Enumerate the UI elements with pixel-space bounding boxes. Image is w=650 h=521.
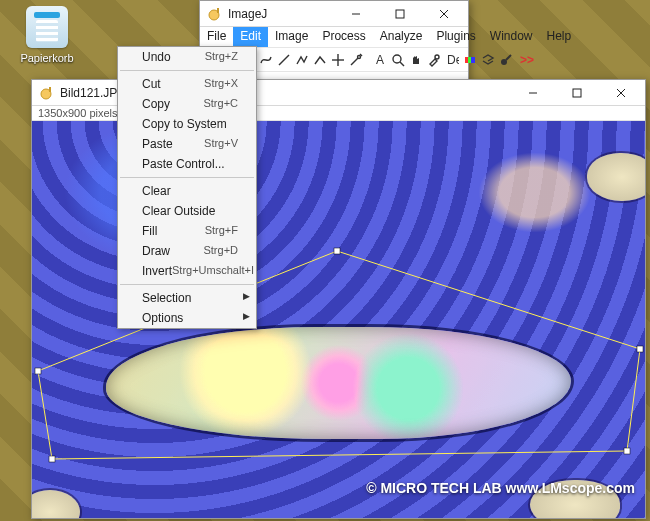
menu-item-clear[interactable]: Clear bbox=[118, 181, 256, 201]
svg-rect-35 bbox=[49, 456, 55, 462]
toolbar-more-icon[interactable]: >> bbox=[516, 53, 538, 67]
menu-item-paste-control[interactable]: Paste Control... bbox=[118, 154, 256, 174]
tool-hand-icon[interactable] bbox=[408, 50, 424, 70]
svg-rect-34 bbox=[624, 448, 630, 454]
menu-item-draw[interactable]: DrawStrg+D bbox=[118, 241, 256, 261]
menu-item-copy[interactable]: CopyStrg+C bbox=[118, 94, 256, 114]
svg-text:Dev: Dev bbox=[447, 53, 459, 67]
menu-item-shortcut: Strg+Z bbox=[205, 50, 238, 64]
menu-item-label: Clear Outside bbox=[142, 204, 215, 218]
menu-item-label: Copy to System bbox=[142, 117, 227, 131]
menu-item-label: Paste Control... bbox=[142, 157, 225, 171]
svg-point-12 bbox=[358, 55, 361, 58]
menu-plugins[interactable]: Plugins bbox=[429, 27, 482, 47]
close-button[interactable] bbox=[422, 1, 466, 27]
watermark-text: © MICRO TECH LAB www.LMscope.com bbox=[366, 480, 635, 496]
menu-item-invert[interactable]: InvertStrg+Umschalt+I bbox=[118, 261, 256, 281]
menu-window[interactable]: Window bbox=[483, 27, 540, 47]
imagej-app-icon bbox=[206, 6, 222, 22]
svg-line-16 bbox=[400, 62, 404, 66]
window-title: ImageJ bbox=[228, 7, 334, 21]
tool-wand-icon[interactable] bbox=[348, 50, 364, 70]
menu-item-label: Paste bbox=[142, 137, 173, 151]
tool-multiline-icon[interactable] bbox=[294, 50, 310, 70]
svg-rect-20 bbox=[465, 57, 468, 63]
menu-item-label: Undo bbox=[142, 50, 171, 64]
menu-item-label: Invert bbox=[142, 264, 172, 278]
menu-item-shortcut: Strg+V bbox=[204, 137, 238, 151]
menu-item-shortcut: Strg+Umschalt+I bbox=[172, 264, 254, 278]
desktop-icon-recycle-bin[interactable]: Papierkorb bbox=[12, 6, 82, 65]
menu-item-fill[interactable]: FillStrg+F bbox=[118, 221, 256, 241]
svg-rect-21 bbox=[468, 57, 471, 63]
menu-item-label: Options bbox=[142, 311, 183, 325]
svg-point-17 bbox=[435, 55, 439, 59]
maximize-button[interactable] bbox=[555, 80, 599, 106]
menu-image[interactable]: Image bbox=[268, 27, 315, 47]
svg-rect-28 bbox=[573, 89, 581, 97]
imagej-app-icon bbox=[38, 85, 54, 101]
tool-point-icon[interactable] bbox=[330, 50, 346, 70]
menu-separator bbox=[120, 284, 254, 285]
menu-item-shortcut: Strg+D bbox=[203, 244, 238, 258]
tool-freehand-icon[interactable] bbox=[258, 50, 274, 70]
desktop-icon-label: Papierkorb bbox=[20, 52, 73, 64]
svg-line-9 bbox=[279, 55, 289, 65]
svg-rect-26 bbox=[49, 87, 51, 92]
menu-item-label: Fill bbox=[142, 224, 157, 238]
menu-item-label: Draw bbox=[142, 244, 170, 258]
svg-rect-1 bbox=[217, 8, 219, 13]
tool-brush-icon[interactable] bbox=[498, 50, 514, 70]
menu-item-label: Selection bbox=[142, 291, 191, 305]
tool-stacks-icon[interactable] bbox=[480, 50, 496, 70]
tool-text-icon[interactable]: A bbox=[372, 50, 388, 70]
menu-item-shortcut: Strg+C bbox=[203, 97, 238, 111]
menu-item-label: Copy bbox=[142, 97, 170, 111]
menubar: FileEditImageProcessAnalyzePluginsWindow… bbox=[200, 27, 468, 47]
menu-analyze[interactable]: Analyze bbox=[373, 27, 430, 47]
menu-process[interactable]: Process bbox=[315, 27, 372, 47]
menu-item-undo[interactable]: UndoStrg+Z bbox=[118, 47, 256, 67]
svg-point-15 bbox=[393, 55, 401, 63]
tool-line-icon[interactable] bbox=[276, 50, 292, 70]
menu-item-shortcut: Strg+X bbox=[204, 77, 238, 91]
tool-lut-icon[interactable] bbox=[462, 50, 478, 70]
menu-item-paste[interactable]: PasteStrg+V bbox=[118, 134, 256, 154]
edit-menu-dropdown: UndoStrg+ZCutStrg+XCopyStrg+CCopy to Sys… bbox=[117, 46, 257, 329]
menu-item-copy-to-system[interactable]: Copy to System bbox=[118, 114, 256, 134]
svg-rect-3 bbox=[396, 10, 404, 18]
menu-separator bbox=[120, 177, 254, 178]
tool-dev-icon[interactable]: Dev bbox=[444, 50, 460, 70]
minimize-button[interactable] bbox=[334, 1, 378, 27]
menu-item-cut[interactable]: CutStrg+X bbox=[118, 74, 256, 94]
menu-edit[interactable]: Edit bbox=[233, 27, 268, 47]
svg-rect-33 bbox=[637, 346, 643, 352]
tool-angle-icon[interactable] bbox=[312, 50, 328, 70]
menu-item-selection[interactable]: Selection bbox=[118, 288, 256, 308]
menu-help[interactable]: Help bbox=[540, 27, 579, 47]
recycle-bin-icon bbox=[26, 6, 68, 48]
menu-item-options[interactable]: Options bbox=[118, 308, 256, 328]
titlebar[interactable]: ImageJ bbox=[200, 1, 468, 27]
menu-item-label: Cut bbox=[142, 77, 161, 91]
menu-file[interactable]: File bbox=[200, 27, 233, 47]
tool-dropper-icon[interactable] bbox=[426, 50, 442, 70]
close-button[interactable] bbox=[599, 80, 643, 106]
menu-item-shortcut: Strg+F bbox=[205, 224, 238, 238]
svg-text:A: A bbox=[376, 53, 384, 67]
svg-rect-32 bbox=[334, 248, 340, 254]
svg-rect-31 bbox=[35, 368, 41, 374]
maximize-button[interactable] bbox=[378, 1, 422, 27]
svg-rect-22 bbox=[471, 57, 475, 63]
svg-line-24 bbox=[506, 55, 511, 60]
minimize-button[interactable] bbox=[511, 80, 555, 106]
menu-item-label: Clear bbox=[142, 184, 171, 198]
tool-zoom-icon[interactable] bbox=[390, 50, 406, 70]
menu-separator bbox=[120, 70, 254, 71]
menu-item-clear-outside[interactable]: Clear Outside bbox=[118, 201, 256, 221]
